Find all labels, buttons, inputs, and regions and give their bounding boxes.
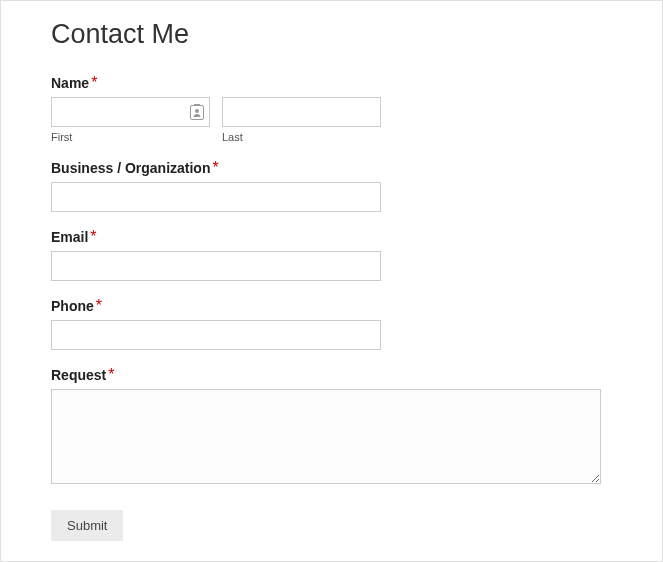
svg-rect-1 <box>194 104 200 106</box>
svg-point-2 <box>195 109 199 113</box>
contact-form-card: Contact Me Name* First <box>0 0 663 562</box>
first-name-input[interactable] <box>51 97 210 127</box>
last-name-input[interactable] <box>222 97 381 127</box>
first-name-sublabel: First <box>51 131 210 143</box>
email-input[interactable] <box>51 251 381 281</box>
required-marker: * <box>90 228 96 245</box>
required-marker: * <box>108 366 114 383</box>
page-title: Contact Me <box>51 19 626 50</box>
submit-button[interactable]: Submit <box>51 510 123 541</box>
field-business: Business / Organization* <box>51 159 626 212</box>
name-label: Name <box>51 75 89 91</box>
business-input[interactable] <box>51 182 381 212</box>
phone-input[interactable] <box>51 320 381 350</box>
field-request: Request* <box>51 366 626 488</box>
business-label: Business / Organization <box>51 160 210 176</box>
required-marker: * <box>91 74 97 91</box>
last-name-sublabel: Last <box>222 131 381 143</box>
required-marker: * <box>212 159 218 176</box>
email-label: Email <box>51 229 88 245</box>
field-email: Email* <box>51 228 626 281</box>
request-label: Request <box>51 367 106 383</box>
contact-card-icon <box>190 104 204 120</box>
phone-label: Phone <box>51 298 94 314</box>
request-textarea[interactable] <box>51 389 601 484</box>
field-phone: Phone* <box>51 297 626 350</box>
field-name: Name* First <box>51 74 626 143</box>
required-marker: * <box>96 297 102 314</box>
